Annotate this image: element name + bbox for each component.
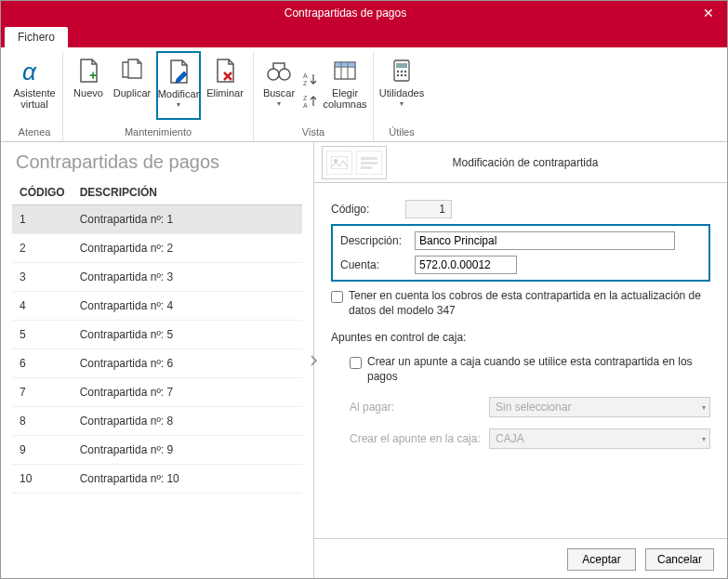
svg-point-2	[268, 69, 279, 80]
image-view-button	[326, 151, 352, 175]
codigo-label: Código:	[331, 203, 405, 216]
col-descripcion[interactable]: DESCRIPCIÓN	[73, 180, 302, 205]
asistente-virtual-button[interactable]: α Asistente virtual	[12, 51, 57, 120]
ribbon-group-utiles: Utilidades ▾ Útiles	[374, 51, 430, 141]
svg-rect-9	[335, 62, 355, 67]
image-icon	[331, 156, 348, 169]
close-button[interactable]: ✕	[690, 1, 727, 25]
cuenta-label: Cuenta:	[340, 258, 415, 271]
utilidades-button[interactable]: Utilidades ▾	[379, 51, 424, 120]
table-row[interactable]: 1Contrapartida nº: 1	[12, 205, 302, 234]
new-doc-icon: +	[73, 56, 103, 86]
svg-rect-21	[361, 162, 377, 164]
duplicate-icon	[117, 56, 147, 86]
table-row[interactable]: 5Contrapartida nº: 5	[12, 321, 302, 349]
sort-desc-icon: ZA	[302, 93, 319, 110]
contrapartidas-table: CÓDIGO DESCRIPCIÓN 1Contrapartida nº: 1 …	[12, 180, 302, 493]
duplicar-button[interactable]: Duplicar	[110, 51, 154, 120]
chevron-right-icon	[310, 354, 319, 367]
table-row[interactable]: 4Contrapartida nº: 4	[12, 292, 302, 321]
table-row[interactable]: 10Contrapartida nº: 10	[12, 465, 302, 493]
buscar-button[interactable]: Buscar ▾	[259, 51, 298, 120]
splitter-handle[interactable]	[309, 342, 320, 379]
aceptar-button[interactable]: Aceptar	[567, 548, 636, 571]
svg-text:+: +	[89, 68, 97, 83]
apuntes-section-label: Apuntes en control de caja:	[331, 331, 710, 344]
columns-icon	[330, 56, 360, 86]
tab-fichero[interactable]: Fichero	[5, 27, 68, 47]
svg-rect-18	[331, 156, 348, 169]
calculator-icon	[387, 56, 417, 86]
table-wrapper[interactable]: CÓDIGO DESCRIPCIÓN 1Contrapartida nº: 1 …	[1, 180, 313, 579]
left-pane: Contrapartidas de pagos CÓDIGO DESCRIPCI…	[1, 142, 314, 579]
delete-doc-icon	[210, 56, 240, 86]
chevron-down-icon: ▾	[702, 403, 706, 412]
codigo-value: 1	[405, 200, 452, 218]
eliminar-button[interactable]: Eliminar	[203, 51, 247, 120]
col-codigo[interactable]: CÓDIGO	[12, 180, 73, 205]
svg-point-15	[397, 74, 399, 76]
table-row[interactable]: 9Contrapartida nº: 9	[12, 436, 302, 465]
chevron-down-icon: ▾	[177, 100, 180, 109]
sort-desc-button[interactable]: ZA	[300, 91, 321, 112]
elegir-columnas-button[interactable]: Elegir columnas	[323, 51, 367, 120]
right-pane: Modificación de contrapartida Código: 1 …	[314, 142, 727, 579]
svg-text:α: α	[22, 58, 37, 86]
table-row[interactable]: 7Contrapartida nº: 7	[12, 378, 302, 407]
descripcion-input[interactable]	[415, 231, 675, 250]
form-view-button	[356, 151, 382, 175]
sort-asc-button[interactable]: AZ	[300, 69, 321, 89]
ribbon-group-mantenimiento: + Nuevo Duplicar Modificar ▾ Eliminar Ma…	[63, 51, 254, 141]
svg-rect-11	[396, 63, 407, 68]
crear-caja-label: Crear el apunte en la caja:	[350, 432, 489, 445]
table-row[interactable]: 8Contrapartida nº: 8	[12, 407, 302, 436]
nuevo-button[interactable]: + Nuevo	[69, 51, 108, 120]
svg-text:Z: Z	[303, 80, 308, 86]
content-area: Contrapartidas de pagos CÓDIGO DESCRIPCI…	[1, 142, 727, 579]
table-row[interactable]: 2Contrapartida nº: 2	[12, 234, 302, 263]
svg-point-3	[279, 69, 290, 80]
al-pagar-label: Al pagar:	[350, 401, 489, 414]
svg-text:Z: Z	[303, 95, 308, 101]
cuenta-input[interactable]	[415, 256, 517, 274]
tabstrip: Fichero	[1, 25, 727, 47]
form-icon	[361, 156, 377, 169]
crear-caja-select: CAJA ▾	[489, 428, 710, 449]
svg-point-16	[401, 74, 403, 76]
sort-asc-icon: AZ	[302, 71, 319, 87]
descripcion-label: Descripción:	[340, 234, 415, 247]
form-area: Código: 1 Descripción: Cuenta: Tener en …	[314, 183, 727, 460]
svg-point-12	[397, 71, 399, 72]
svg-point-14	[404, 71, 406, 72]
svg-point-13	[401, 71, 403, 72]
check-crear-apunte[interactable]	[350, 357, 362, 369]
al-pagar-select: Sin seleccionar ▾	[489, 397, 710, 417]
chevron-down-icon: ▾	[277, 99, 281, 108]
ribbon: α Asistente virtual Atenea + Nuevo Dupli…	[1, 47, 727, 142]
ribbon-group-vista: Buscar ▾ AZ ZA Elegir columnas Vista	[254, 51, 374, 141]
check-347[interactable]	[331, 291, 343, 303]
left-pane-title: Contrapartidas de pagos	[1, 142, 313, 180]
edit-doc-icon	[164, 57, 193, 86]
right-pane-title: Modificación de contrapartida	[331, 156, 720, 169]
table-row[interactable]: 6Contrapartida nº: 6	[12, 349, 302, 378]
svg-text:A: A	[303, 102, 308, 109]
highlighted-fields: Descripción: Cuenta:	[331, 224, 710, 282]
cancelar-button[interactable]: Cancelar	[645, 548, 714, 571]
check-347-label: Tener en cuenta los cobros de esta contr…	[349, 289, 710, 318]
modificar-button[interactable]: Modificar ▾	[156, 51, 201, 120]
chevron-down-icon: ▾	[702, 435, 706, 443]
check-crear-apunte-label: Crear un apunte a caja cuando se utilice…	[367, 355, 710, 384]
binoculars-icon	[264, 56, 294, 86]
right-header: Modificación de contrapartida	[314, 142, 727, 183]
svg-text:A: A	[303, 72, 308, 79]
svg-point-17	[404, 74, 406, 76]
svg-rect-22	[361, 166, 372, 169]
alpha-icon: α	[20, 56, 49, 86]
titlebar: Contrapartidas de pagos ✕	[1, 1, 727, 25]
chevron-down-icon: ▾	[400, 99, 404, 108]
window-title: Contrapartidas de pagos	[1, 7, 690, 20]
footer: Aceptar Cancelar	[314, 538, 727, 579]
table-row[interactable]: 3Contrapartida nº: 3	[12, 263, 302, 292]
ribbon-group-atenea: α Asistente virtual Atenea	[7, 51, 63, 141]
